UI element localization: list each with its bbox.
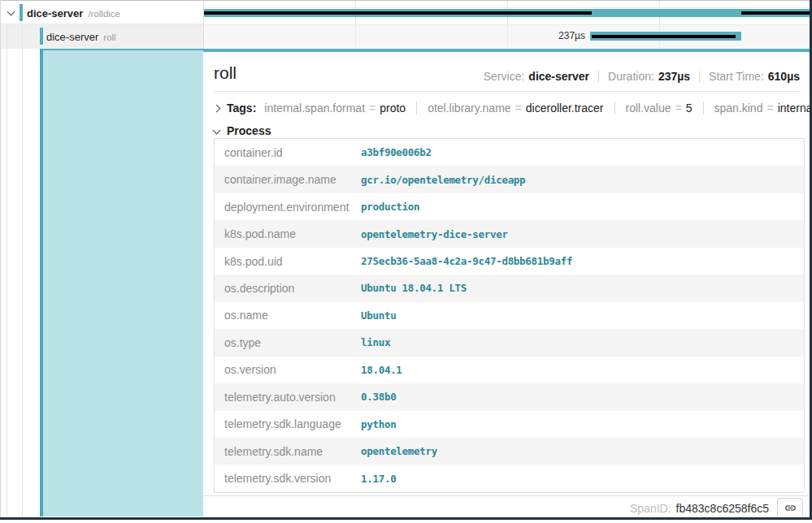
service-value: dice-server <box>528 70 589 83</box>
divider <box>703 102 704 115</box>
detail-row-highlight-band <box>43 49 203 517</box>
process-row: k8s.pod.uid275ecb36-5aa8-4c2a-9c47-d8bb6… <box>215 248 804 274</box>
process-row: k8s.pod.nameopentelemetry-dice-server <box>215 220 804 247</box>
span-service-name: dice-server <box>46 31 98 43</box>
tree-indent-guide <box>7 24 7 517</box>
span-overview: Service: dice-server Duration: 237µs Sta… <box>484 70 800 83</box>
process-value: opentelemetry <box>361 445 437 457</box>
span-service-name: dice-server <box>27 7 83 19</box>
tree-indent-guide <box>22 24 23 517</box>
timeline-row-separator <box>204 24 810 25</box>
process-key: telemetry.sdk.language <box>215 417 361 430</box>
process-expander-row[interactable]: Process <box>214 122 271 140</box>
parent-span-bar-overlay <box>741 11 810 15</box>
process-value: 18.04.1 <box>361 364 402 376</box>
selected-span-bar[interactable] <box>590 32 741 41</box>
process-key: os.type <box>215 336 361 349</box>
span-duration-label: 237µs <box>558 30 585 41</box>
process-value: production <box>361 201 419 213</box>
parent-span-bar-overlay <box>204 11 592 15</box>
chevron-right-icon[interactable] <box>213 105 221 113</box>
header-divider <box>214 91 800 92</box>
span-operation-name: roll <box>103 32 115 42</box>
span-detail-footer: SpanID: fb483c8c6258f6c5 <box>203 495 810 520</box>
start-time-value: 610µs <box>768 70 800 83</box>
duration-label: Duration: <box>608 70 654 83</box>
process-key: telemetry.sdk.name <box>215 445 361 458</box>
process-value: opentelemetry-dice-server <box>361 228 508 240</box>
span-operation-name: /rolldice <box>88 9 120 19</box>
trace-timeline: 237µs <box>203 1 810 49</box>
tag-key: otel.library.name <box>428 102 510 115</box>
process-key: container.id <box>215 146 361 159</box>
divider <box>598 71 599 83</box>
process-row: os.nameUbuntu <box>215 302 804 329</box>
process-key: os.name <box>215 309 361 322</box>
service-label: Service: <box>484 70 525 83</box>
spanid-label: SpanID: <box>630 502 671 515</box>
process-key: container.image.name <box>215 173 361 186</box>
tag-equals: = <box>515 102 522 115</box>
process-key: telemetry.auto.version <box>215 391 361 404</box>
process-value: a3bf90e006b2 <box>361 146 432 158</box>
process-row: telemetry.sdk.nameopentelemetry <box>215 438 804 465</box>
tag-value: proto <box>380 102 406 115</box>
span-tree-row-roll-selected[interactable]: dice-serverroll <box>0 24 203 49</box>
process-value: 0.38b0 <box>361 391 396 403</box>
process-value: Ubuntu 18.04.1 LTS <box>361 282 467 294</box>
tag-key: roll.value <box>626 102 671 115</box>
process-row: os.typelinux <box>215 329 804 356</box>
process-key: os.description <box>215 282 361 295</box>
process-row: os.version18.04.1 <box>215 357 804 383</box>
process-value: 275ecb36-5aa8-4c2a-9c47-d8bb681b9aff <box>361 255 572 267</box>
span-detail-title: roll <box>214 63 237 83</box>
process-value: linux <box>361 336 390 348</box>
divider <box>614 102 615 115</box>
tag-value: 5 <box>686 102 693 115</box>
start-time-label: Start Time: <box>709 70 764 83</box>
process-value: Ubuntu <box>361 309 396 322</box>
process-header: Process <box>227 124 271 137</box>
service-color-accent <box>20 4 23 21</box>
span-detail-panel: roll Service: dice-server Duration: 237µ… <box>203 49 810 517</box>
process-row: telemetry.sdk.version1.17.0 <box>215 465 804 491</box>
tree-timeline-divider <box>203 1 204 49</box>
parent-span-bar[interactable] <box>204 9 810 17</box>
tag-key: internal.span.format <box>264 102 365 115</box>
process-key: k8s.pod.name <box>215 227 361 240</box>
process-key: deployment.environment <box>215 201 361 214</box>
tags-header: Tags: <box>227 102 256 115</box>
chevron-down-icon[interactable] <box>7 8 15 16</box>
process-row: container.image.namegcr.io/opentelemetry… <box>215 166 804 192</box>
tags-expander-row[interactable]: Tags: internal.span.format = proto otel.… <box>214 98 812 118</box>
window-edge <box>0 517 812 520</box>
spanid-value: fb483c8c6258f6c5 <box>676 502 769 515</box>
process-key: telemetry.sdk.version <box>215 472 361 485</box>
span-tree-row-rolldice[interactable]: dice-server/rolldice <box>0 1 203 24</box>
trace-span-detail-view: dice-server/rolldice dice-serverroll 237… <box>0 0 812 523</box>
duration-value: 237µs <box>658 70 690 83</box>
service-color-accent <box>40 28 43 45</box>
process-value: python <box>361 418 396 430</box>
process-value: gcr.io/opentelemetry/diceapp <box>361 174 525 186</box>
process-row: telemetry.sdk.languagepython <box>215 411 804 438</box>
copy-link-button[interactable] <box>777 498 803 518</box>
tag-equals: = <box>675 102 682 115</box>
link-icon <box>784 502 797 514</box>
process-row: telemetry.auto.version0.38b0 <box>215 383 804 410</box>
tag-value: internal <box>778 102 812 115</box>
tag-value: diceroller.tracer <box>526 102 604 115</box>
tag-key: span.kind <box>714 102 763 115</box>
process-key: os.version <box>215 363 361 376</box>
divider <box>699 71 700 83</box>
tag-equals: = <box>766 102 773 115</box>
process-row: deployment.environmentproduction <box>215 193 804 220</box>
divider <box>416 102 417 115</box>
chevron-down-icon[interactable] <box>213 126 221 134</box>
process-key: k8s.pod.uid <box>215 255 361 268</box>
window-edge <box>0 0 812 1</box>
selected-span-bar-overlay <box>592 35 736 38</box>
timeline-ruler-baseline <box>204 7 810 8</box>
tag-equals: = <box>369 102 376 115</box>
window-edge <box>0 0 1 520</box>
